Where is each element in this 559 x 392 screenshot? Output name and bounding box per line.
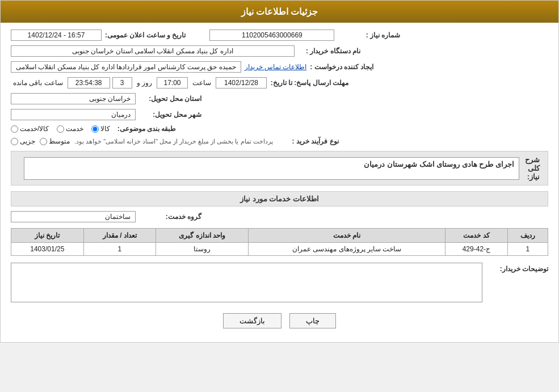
label-tarikh: تاریخ و ساعت اعلان عمومی: bbox=[105, 31, 186, 39]
value-shahr: درمیان bbox=[11, 109, 136, 120]
row-ostan: استان محل تحویل: خراسان جنوبی bbox=[11, 93, 548, 104]
page-header: جزئیات اطلاعات نیاز bbox=[1, 1, 558, 23]
col-vahed: واحد اندازه گیری bbox=[156, 229, 249, 243]
col-tarikh: تاریخ نیاز bbox=[11, 229, 84, 243]
radio-khedmat: خدمت bbox=[57, 125, 83, 133]
radio-motovaset-input[interactable] bbox=[40, 138, 47, 145]
cell-namKhedmat: ساخت سایر پروژه‌های مهندسی عمران bbox=[249, 243, 445, 256]
radio-jozvi-input[interactable] bbox=[11, 138, 18, 145]
value-mohlat-rooz: 3 bbox=[112, 77, 132, 88]
label-namDastgah: نام دستگاه خریدار : bbox=[298, 47, 360, 55]
services-table: ردیف کد خدمت نام خدمت واحد اندازه گیری ت… bbox=[11, 228, 548, 256]
row-shahr: شهر محل تحویل: درمیان bbox=[11, 109, 548, 120]
radio-jozvi: جزیی bbox=[11, 137, 35, 145]
row-namDastgah: نام دستگاه خریدار : اداره کل بنیاد مسکن … bbox=[11, 45, 548, 57]
radio-khedmat-input[interactable] bbox=[57, 125, 64, 133]
value-mohlat-date: 1402/12/28 bbox=[216, 77, 267, 88]
noeFarayand-options: جزیی متوسط پرداخت تمام یا بخشی از مبلغ خ… bbox=[11, 137, 273, 145]
col-namKhedmat: نام خدمت bbox=[249, 229, 445, 243]
value-sharh: اجرای طرح هادی روستای اشک شهرستان درمیان bbox=[24, 157, 519, 180]
label-jozvi: جزیی bbox=[20, 137, 35, 145]
section-khadamat: اطلاعات خدمات مورد نیاز bbox=[11, 191, 548, 206]
radio-group-tabaghebandi: کالا/خدمت خدمت کالا bbox=[11, 125, 110, 133]
value-namDastgah: اداره کل بنیاد مسکن انقلاب اسلامی استان … bbox=[11, 45, 295, 57]
label-kalaKhedmat: کالا/خدمت bbox=[20, 125, 49, 133]
label-motovaset: متوسط bbox=[49, 137, 70, 145]
page-title: جزئیات اطلاعات نیاز bbox=[241, 7, 318, 16]
sharh-label-cell: شرح کلی نیاز: bbox=[525, 155, 540, 181]
label-khedmat: خدمت bbox=[66, 125, 83, 133]
label-shahr: شهر محل تحویل: bbox=[139, 111, 201, 119]
input-tozihat[interactable] bbox=[11, 263, 482, 302]
sharh-value-cell: اجرای طرح هادی روستای اشک شهرستان درمیان bbox=[19, 155, 524, 181]
row-mohlat: مهلت ارسال پاسخ: تا تاریخ: 1402/12/28 سا… bbox=[11, 77, 548, 88]
link-ijadKonande[interactable]: اطلاعات تماس خریدار bbox=[245, 63, 307, 71]
radio-kalaKhedmat: کالا/خدمت bbox=[11, 125, 49, 133]
row-noeFarayand: نوع فرآیند خرید : جزیی متوسط پرداخت تمام… bbox=[11, 137, 548, 145]
cell-tedad: 1 bbox=[83, 243, 155, 256]
content-area: شماره نیاز : 1102005463000669 تاریخ و سا… bbox=[1, 23, 558, 342]
label-baghimande: ساعت باقی مانده bbox=[13, 79, 63, 87]
label-rooz: روز و bbox=[137, 79, 152, 87]
cell-vahed: روستا bbox=[156, 243, 249, 256]
btn-chap[interactable]: چاپ bbox=[289, 313, 336, 328]
label-ostan: استان محل تحویل: bbox=[139, 95, 201, 103]
row-tabaghebandi: طبقه بندی موضوعی: کالا/خدمت خدمت کالا bbox=[11, 125, 548, 133]
value-ostan: خراسان جنوبی bbox=[11, 93, 136, 104]
label-shomareNiaz: شماره نیاز : bbox=[338, 31, 400, 39]
label-khadamat: اطلاعات خدمات مورد نیاز bbox=[240, 195, 319, 203]
value-baghimande: 23:54:38 bbox=[68, 77, 110, 88]
value-shomareNiaz: 1102005463000669 bbox=[209, 29, 334, 41]
radio-kala: کالا bbox=[91, 125, 110, 133]
row-groheKhedmat: گروه خدمت: ساختمان bbox=[11, 211, 548, 222]
col-tedad: تعداد / مقدار bbox=[83, 229, 155, 243]
label-mohlat: مهلت ارسال پاسخ: تا تاریخ: bbox=[269, 79, 348, 87]
label-noeFarayand: نوع فرآیند خرید : bbox=[276, 137, 339, 145]
label-kala: کالا bbox=[100, 125, 110, 133]
label-saat: ساعت bbox=[192, 79, 211, 87]
label-tabaghebandi: طبقه بندی موضوعی: bbox=[114, 125, 176, 133]
radio-motovaset: متوسط bbox=[40, 137, 70, 145]
radio-kalaKhedmat-input[interactable] bbox=[11, 125, 18, 133]
table-row: 1ج-42-429ساخت سایر پروژه‌های مهندسی عمرا… bbox=[11, 243, 548, 256]
label-tozihat: توضیحات خریدار: bbox=[486, 263, 548, 273]
section-sharh: شرح کلی نیاز: اجرای طرح هادی روستای اشک … bbox=[11, 151, 548, 186]
label-ijadKonande: ایجاد کننده درخواست : bbox=[310, 63, 373, 71]
col-kodKhedmat: کد خدمت bbox=[445, 229, 507, 243]
value-ijadKonande: حمیده حق پرست کارشناس امور قراردادها ادا… bbox=[11, 61, 241, 73]
button-row: چاپ بازگشت bbox=[11, 313, 548, 328]
label-sharh: شرح کلی نیاز: bbox=[525, 155, 540, 181]
cell-radif: 1 bbox=[507, 243, 548, 256]
btn-bazgasht[interactable]: بازگشت bbox=[223, 313, 281, 328]
cell-kodKhedmat: ج-42-429 bbox=[445, 243, 507, 256]
value-mohlat-saat: 17:00 bbox=[157, 77, 188, 88]
radio-kala-input[interactable] bbox=[91, 125, 99, 133]
page-wrapper: جزئیات اطلاعات نیاز شماره نیاز : 1102005… bbox=[0, 0, 559, 343]
row-shomareNiaz: شماره نیاز : 1102005463000669 تاریخ و سا… bbox=[11, 29, 548, 41]
row-tozihat: توضیحات خریدار: bbox=[11, 263, 548, 304]
cell-tarikh: 1403/01/25 bbox=[11, 243, 84, 256]
row-ijadKonande: ایجاد کننده درخواست : اطلاعات تماس خریدا… bbox=[11, 61, 548, 73]
label-groheKhedmat: گروه خدمت: bbox=[139, 213, 201, 221]
value-tarikh: 1402/12/24 - 16:57 bbox=[11, 29, 102, 41]
noeFarayand-desc: پرداخت تمام یا بخشی از مبلغ خریدار از مح… bbox=[74, 138, 273, 145]
value-groheKhedmat: ساختمان bbox=[11, 211, 136, 222]
sharh-table: شرح کلی نیاز: اجرای طرح هادی روستای اشک … bbox=[18, 154, 541, 182]
col-radif: ردیف bbox=[507, 229, 548, 243]
